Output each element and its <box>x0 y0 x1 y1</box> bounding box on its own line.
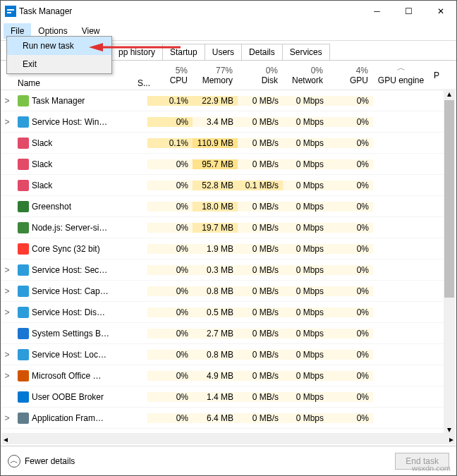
tab-users[interactable]: Users <box>205 44 242 60</box>
svg-rect-18 <box>18 370 29 382</box>
memory-cell: 22.9 MB <box>193 96 238 106</box>
process-icon <box>18 307 29 318</box>
table-row[interactable]: >Application Fram…0%6.4 MB0 MB/s0 Mbps0% <box>1 408 456 429</box>
tab-services[interactable]: Services <box>282 44 330 60</box>
table-row[interactable]: Node.js: Server-si…0%19.7 MB0 MB/s0 Mbps… <box>1 217 456 238</box>
maximize-button[interactable]: ☐ <box>393 1 425 22</box>
process-name: Service Host: Win… <box>13 116 133 128</box>
expand-chevron-icon[interactable]: > <box>1 117 13 127</box>
col-disk[interactable]: 0%Disk <box>238 61 283 90</box>
disk-cell: 0 MB/s <box>238 202 283 212</box>
process-name: Slack <box>13 159 133 170</box>
chevron-up-icon: ︿ <box>8 455 20 468</box>
process-name: Node.js: Server-si… <box>13 222 133 233</box>
svg-rect-13 <box>18 264 29 276</box>
table-row[interactable]: >Service Host: Sec…0%0.3 MB0 MB/s0 Mbps0… <box>1 260 456 281</box>
horizontal-scrollbar[interactable]: ◂▸ <box>2 433 455 444</box>
table-row[interactable]: Greenshot0%18.0 MB0 MB/s0 Mbps0% <box>1 196 456 217</box>
expand-chevron-icon[interactable]: > <box>1 96 13 106</box>
gpu-cell: 0% <box>328 329 373 338</box>
cpu-cell: 0% <box>147 329 193 338</box>
table-row[interactable]: Core Sync (32 bit)0%1.9 MB0 MB/s0 Mbps0% <box>1 238 456 260</box>
svg-rect-10 <box>18 201 29 212</box>
cpu-cell: 0% <box>147 413 193 423</box>
close-button[interactable]: ✕ <box>425 1 456 22</box>
table-row[interactable]: >Service Host: Dis…0%0.5 MB0 MB/s0 Mbps0… <box>1 302 456 323</box>
expand-chevron-icon[interactable]: > <box>1 286 13 296</box>
table-row[interactable]: User OOBE Broker0%1.4 MB0 MB/s0 Mbps0% <box>1 386 456 408</box>
fewer-details-button[interactable]: ︿ Fewer details <box>8 455 75 468</box>
expand-chevron-icon[interactable]: > <box>1 413 13 423</box>
col-gpu[interactable]: 4%GPU <box>328 61 373 90</box>
table-row[interactable]: Slack0%52.8 MB0.1 MB/s0 Mbps0% <box>1 175 456 196</box>
col-gpu-engine[interactable]: ︿GPU engine <box>373 61 429 90</box>
svg-rect-2 <box>7 12 11 13</box>
gpu-cell: 0% <box>328 392 373 402</box>
svg-rect-14 <box>18 286 29 297</box>
process-icon <box>18 391 29 403</box>
disk-cell: 0 MB/s <box>238 138 283 148</box>
disk-cell: 0 MB/s <box>238 244 283 254</box>
expand-chevron-icon[interactable]: > <box>1 371 13 381</box>
gpu-cell: 0% <box>328 159 373 169</box>
memory-cell: 52.8 MB <box>193 181 238 190</box>
table-row[interactable]: >Service Host: Loc…0%0.8 MB0 MB/s0 Mbps0… <box>1 344 456 365</box>
cpu-cell: 0% <box>147 181 193 190</box>
svg-rect-5 <box>18 95 29 106</box>
cpu-cell: 0.1% <box>147 96 193 106</box>
expand-chevron-icon[interactable]: > <box>1 307 13 317</box>
expand-chevron-icon[interactable]: > <box>1 350 13 360</box>
window-title: Task Manager <box>19 6 72 16</box>
table-row[interactable]: Slack0.1%110.9 MB0 MB/s0 Mbps0% <box>1 133 456 154</box>
gpu-cell: 0% <box>328 202 373 212</box>
col-memory[interactable]: 77%Memory <box>193 61 238 90</box>
network-cell: 0 Mbps <box>283 223 328 233</box>
svg-rect-12 <box>18 243 29 255</box>
process-list: Name S... 5%CPU 77%Memory 0%Disk 0%Netwo… <box>1 60 456 436</box>
col-cpu[interactable]: 5%CPU <box>147 61 193 90</box>
table-row[interactable]: >Microsoft Office …0%4.9 MB0 MB/s0 Mbps0… <box>1 365 456 386</box>
network-cell: 0 Mbps <box>283 244 328 254</box>
memory-cell: 110.9 MB <box>193 138 238 148</box>
process-icon <box>18 286 29 297</box>
process-name: Service Host: Sec… <box>13 264 133 276</box>
svg-rect-15 <box>18 307 29 318</box>
process-icon <box>18 138 29 149</box>
col-network[interactable]: 0%Network <box>283 61 328 90</box>
table-row[interactable]: >Service Host: Win…0%3.4 MB0 MB/s0 Mbps0… <box>1 111 456 133</box>
process-name: Application Fram… <box>13 413 133 424</box>
memory-cell: 1.4 MB <box>193 392 238 402</box>
svg-rect-6 <box>18 116 29 128</box>
disk-cell: 0 MB/s <box>238 350 283 360</box>
minimize-button[interactable]: ─ <box>361 1 393 22</box>
table-row[interactable]: >Service Host: Cap…0%0.8 MB0 MB/s0 Mbps0… <box>1 281 456 302</box>
expand-chevron-icon[interactable]: > <box>1 265 13 275</box>
disk-cell: 0 MB/s <box>238 265 283 275</box>
svg-rect-1 <box>7 9 14 11</box>
menu-exit[interactable]: Exit <box>7 55 111 73</box>
svg-rect-19 <box>18 391 29 403</box>
gpu-cell: 0% <box>328 244 373 254</box>
cpu-cell: 0% <box>147 223 193 233</box>
process-icon <box>18 370 29 382</box>
tab-details[interactable]: Details <box>241 44 283 60</box>
disk-cell: 0 MB/s <box>238 392 283 402</box>
network-cell: 0 Mbps <box>283 181 328 190</box>
col-status[interactable]: S... <box>133 61 147 90</box>
vertical-scrollbar[interactable]: ▴▾ <box>444 89 455 434</box>
watermark: wsxdn.com <box>412 464 451 472</box>
disk-cell: 0 MB/s <box>238 159 283 169</box>
process-icon <box>18 413 29 424</box>
table-row[interactable]: Slack0%95.7 MB0 MB/s0 Mbps0% <box>1 154 456 175</box>
disk-cell: 0.1 MB/s <box>238 181 283 190</box>
process-name: Service Host: Cap… <box>13 286 133 297</box>
cpu-cell: 0.1% <box>147 138 193 148</box>
scrollbar-thumb[interactable] <box>444 100 454 298</box>
col-p[interactable]: P <box>429 61 439 90</box>
memory-cell: 0.5 MB <box>193 307 238 317</box>
table-row[interactable]: System Settings B…0%2.7 MB0 MB/s0 Mbps0% <box>1 323 456 344</box>
svg-rect-9 <box>18 180 29 191</box>
table-row[interactable]: >Task Manager0.1%22.9 MB0 MB/s0 Mbps0% <box>1 90 456 111</box>
network-cell: 0 Mbps <box>283 159 328 169</box>
process-name: Slack <box>13 180 133 191</box>
